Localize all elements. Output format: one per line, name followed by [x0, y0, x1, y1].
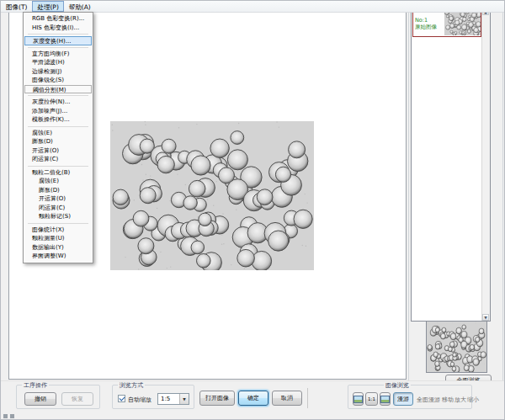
menu-separator [28, 34, 88, 35]
zoom-ratio-combobox[interactable]: 1:5 ▼ [157, 393, 189, 405]
actual-size-button[interactable]: 1:1 [365, 392, 378, 406]
menu-item-0[interactable]: RGB 色彩变换(R)... [24, 14, 92, 24]
menu-item-13[interactable]: 模板操作(K)... [24, 115, 92, 125]
history-group: 工序操作 撤销 恢复 [16, 385, 100, 409]
menu-item-24[interactable]: 闭运算(C) [24, 204, 92, 213]
menu-bar: 图像(T) 处理(P) 帮助(A) [1, 1, 504, 13]
pan-tool-button[interactable]: 漫游 [393, 392, 413, 406]
menu-item-20[interactable]: 颗粒二值化(B) [24, 168, 92, 178]
browse-label-move[interactable]: 移动 [442, 396, 454, 404]
menu-item-17[interactable]: 开运算(O) [24, 146, 92, 156]
thumbnail-tool-button[interactable] [380, 392, 391, 406]
menu-item-1[interactable]: HIS 色彩变换(I)... [24, 24, 92, 33]
undo-button[interactable]: 撤销 [24, 392, 56, 406]
cancel-button[interactable]: 取消 [272, 391, 302, 406]
menu-item-22[interactable]: 膨胀(D) [24, 186, 92, 195]
menu-separator [28, 47, 88, 48]
picture-icon [354, 396, 363, 403]
processing-menu-popup: RGB 色彩变换(R)...HIS 色彩变换(I)...灰度变换(H)...直方… [23, 12, 93, 263]
image-list-panel: No:1 原始图像 ▲ ▼ 全图浏览 [408, 4, 503, 390]
menu-item-6[interactable]: 平滑滤波(H) [24, 58, 92, 67]
menu-separator [28, 95, 88, 96]
app-window: 图像(T) 处理(P) 帮助(A) RGB 色彩变换(R)...HIS 色彩变换… [0, 0, 505, 420]
menu-item-28[interactable]: 颗粒测量(U) [24, 234, 92, 243]
menu-item-9[interactable]: 阈值分割(M) [24, 85, 92, 94]
view-mode-group-label: 浏览方式 [118, 381, 145, 390]
open-image-button[interactable]: 打开图像 [199, 391, 235, 406]
menu-image[interactable]: 图像(T) [1, 1, 32, 12]
menu-item-23[interactable]: 开运算(O) [24, 194, 92, 204]
navigator-thumbnail[interactable] [426, 321, 487, 373]
image-list[interactable]: No:1 原始图像 ▲ ▼ [411, 8, 491, 322]
browse-label-full[interactable]: 全图漫游 [417, 396, 440, 404]
menu-item-7[interactable]: 边缘检测(J) [24, 67, 92, 77]
toolbar-divider [307, 388, 308, 408]
menu-separator [28, 223, 88, 224]
redo-button[interactable]: 恢复 [61, 392, 93, 406]
list-item-index: No:1 [415, 17, 444, 24]
menu-help[interactable]: 帮助(A) [64, 1, 96, 12]
list-item-thumbnail [444, 12, 481, 35]
menu-item-25[interactable]: 颗粒标记(S) [24, 212, 92, 221]
view-mode-group: 浏览方式 自动缩放 1:5 ▼ [112, 385, 194, 409]
menu-item-15[interactable]: 腐蚀(E) [24, 129, 92, 138]
menu-item-8[interactable]: 图像锐化(S) [24, 76, 92, 85]
menu-item-27[interactable]: 图像统计(X) [24, 226, 92, 235]
history-group-label: 工序操作 [22, 381, 49, 390]
menu-separator [28, 166, 88, 167]
menu-item-21[interactable]: 腐蚀(E) [24, 177, 92, 186]
list-item-name: 原始图像 [415, 24, 444, 30]
scroll-down-icon[interactable]: ▼ [482, 314, 489, 321]
list-item-label: No:1 原始图像 [413, 17, 444, 30]
menu-item-29[interactable]: 数据输出(Y) [24, 243, 92, 253]
menu-item-11[interactable]: 灰度拉伸(N)... [24, 98, 92, 107]
menu-item-18[interactable]: 闭运算(C) [24, 155, 92, 164]
menu-item-16[interactable]: 膨胀(D) [24, 137, 92, 146]
particle-image [110, 121, 314, 270]
picture-icon [380, 396, 390, 403]
menu-item-12[interactable]: 添加噪声(J)... [24, 107, 92, 116]
status-grid-icon [10, 414, 14, 418]
image-browse-group-label: 图像浏览 [384, 381, 411, 390]
zoom-ratio-value: 1:5 [161, 396, 170, 402]
menu-item-30[interactable]: 界面调整(W) [24, 252, 92, 261]
auto-zoom-label: 自动缩放 [128, 396, 152, 404]
image-browse-group: 图像浏览 1:1 漫游 全图漫游 移动 放大 缩小 [348, 385, 472, 409]
menu-item-3[interactable]: 灰度变换(H)... [24, 36, 92, 45]
list-item-original[interactable]: No:1 原始图像 [412, 9, 481, 37]
ok-button[interactable]: 确定 [238, 391, 268, 406]
browse-label-zoom-out[interactable]: 缩小 [467, 396, 479, 404]
auto-zoom-checkbox[interactable] [118, 395, 125, 402]
menu-item-5[interactable]: 直方图均衡(F) [24, 50, 92, 59]
browse-label-zoom-in[interactable]: 放大 [454, 396, 466, 404]
menu-separator [28, 126, 88, 127]
chevron-down-icon[interactable]: ▼ [179, 394, 189, 404]
bottom-toolbar: 工序操作 撤销 恢复 浏览方式 自动缩放 1:5 ▼ 打开图像 确定 取消 图像… [1, 380, 505, 412]
status-bar [1, 411, 505, 420]
menu-process[interactable]: 处理(P) [32, 1, 63, 12]
image-tool-button[interactable] [353, 392, 364, 406]
list-scrollbar[interactable]: ▲ ▼ [481, 8, 490, 321]
status-grid-icon [3, 414, 8, 418]
